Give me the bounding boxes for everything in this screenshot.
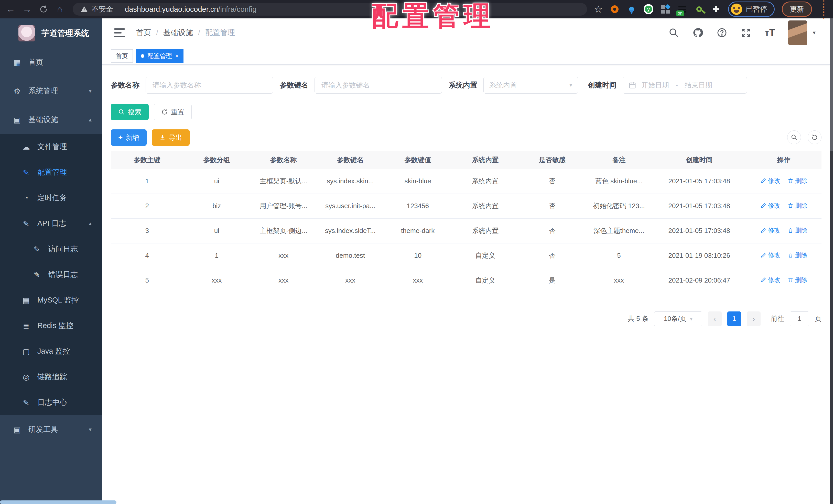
delete-link[interactable]: 删除 [787,251,807,259]
table-cell: 系统内置 [452,218,519,243]
add-button[interactable]: + 新增 [111,129,147,146]
modify-link[interactable]: 修改 [760,251,780,259]
tab-close-icon[interactable]: × [175,52,178,59]
sidebar-toggle-icon[interactable] [114,28,125,37]
prev-page-button[interactable]: ‹ [708,311,722,326]
delete-label: 删除 [795,276,807,284]
user-avatar[interactable] [788,21,807,45]
tab-配置管理[interactable]: 配置管理× [136,49,184,62]
sidebar-item-label: Java 监控 [38,346,70,356]
help-icon[interactable] [717,27,727,38]
table-cell: 是 [519,268,586,293]
sidebar-item-文件管理[interactable]: ☁文件管理 [0,134,102,159]
table-cell: 3 [111,218,183,243]
breadcrumb-item[interactable]: 基础设施 [163,28,193,38]
table-cell: 5 [111,268,183,293]
sidebar-item-访问日志[interactable]: ✎访问日志 [0,236,102,262]
sidebar-item-首页[interactable]: ▦首页 [0,48,102,77]
sidebar-item-MySQL 监控[interactable]: ▤MySQL 监控 [0,287,102,313]
page-url[interactable]: dashboard.yudao.iocoder.cn/infra/config [125,5,257,14]
table-cell: demo.test [317,243,384,268]
sidebar-item-错误日志[interactable]: ✎错误日志 [0,262,102,287]
sidebar-item-基础设施[interactable]: ▣基础设施▴ [0,105,102,134]
table-search-toggle-button[interactable] [787,130,801,144]
page-content: 参数名称 参数键名 系统内置 系统内置 ▾ 创建时间 开始日期 - 结束日期 [102,65,830,326]
sidebar-item-Redis 监控[interactable]: ≣Redis 监控 [0,313,102,338]
sidebar-item-Java 监控[interactable]: ▢Java 监控 [0,338,102,364]
extension-grid-icon[interactable] [661,4,670,14]
github-icon[interactable] [692,27,703,38]
extensions-puzzle-icon[interactable]: ✚ [711,4,721,14]
export-button[interactable]: 导出 [152,129,190,146]
refresh-icon [161,109,168,115]
pencil-icon [760,277,766,283]
forward-icon[interactable]: → [22,4,33,15]
modify-link[interactable]: 修改 [760,226,780,234]
goto-page-input[interactable] [790,311,809,326]
search-button[interactable]: 搜索 [111,104,149,120]
delete-link[interactable]: 删除 [787,201,807,210]
browser-update-button[interactable]: 更新 [782,2,812,17]
sidebar-item-label: 访问日志 [48,244,78,254]
horizontal-scrollbar-thumb[interactable] [0,500,116,504]
page-size-select[interactable]: 10条/页 ▾ [654,311,702,326]
delete-link[interactable]: 删除 [787,177,807,185]
main-area: 首页/基础设施/配置管理 ᴛT ▾ 首页配置管理× [102,19,830,504]
tab-首页[interactable]: 首页 [111,49,133,62]
table-cell: 1 [183,243,250,268]
modify-link[interactable]: 修改 [760,177,780,185]
vertical-scrollbar-thumb[interactable] [830,19,833,151]
table-cell: 5 [586,243,652,268]
security-label[interactable]: 不安全 [92,4,113,14]
delete-link[interactable]: 删除 [787,276,807,284]
table-cell: 否 [519,218,586,243]
fullscreen-icon[interactable] [741,27,752,38]
extension-orange-icon[interactable] [610,4,620,14]
browser-profile-button[interactable]: 已暂停 [728,2,775,17]
sidebar-item-链路追踪[interactable]: ◎链路追踪 [0,364,102,390]
modify-link[interactable]: 修改 [760,201,780,210]
delete-link[interactable]: 删除 [787,226,807,234]
filter-date-label: 创建时间 [588,80,617,90]
avatar-caret-icon[interactable]: ▾ [813,29,816,36]
current-page-button[interactable]: 1 [727,311,741,326]
search-icon [791,134,798,141]
extension-pin-icon[interactable] [627,4,637,14]
back-icon[interactable]: ← [5,4,16,15]
filter-type-select[interactable]: 系统内置 ▾ [483,77,578,94]
log-icon: ✎ [31,245,43,254]
extension-key-icon[interactable] [694,4,704,14]
header-search-icon[interactable] [668,27,679,38]
sidebar-item-定时任务[interactable]: ◔定时任务 [0,185,102,211]
sidebar-item-配置管理[interactable]: ✎配置管理 [0,159,102,185]
browser-menu-icon[interactable]: ⋮⋮⋮ [819,1,828,18]
address-bar[interactable]: 不安全 dashboard.yudao.iocoder.cn/infra/con… [73,3,587,16]
extension-green-circle-icon[interactable]: y [644,4,653,14]
breadcrumb-item[interactable]: 首页 [136,28,151,38]
vertical-scrollbar[interactable] [830,19,833,504]
filter-date-range[interactable]: 开始日期 - 结束日期 [623,77,747,94]
modify-link[interactable]: 修改 [760,276,780,284]
sidebar-item-日志中心[interactable]: ✎日志中心 [0,390,102,415]
sidebar-item-label: 基础设施 [28,115,58,125]
table-refresh-button[interactable] [808,130,822,144]
breadcrumb-item[interactable]: 配置管理 [205,28,235,38]
filter-key-label: 参数键名 [280,80,308,90]
filter-key-input[interactable] [314,77,442,94]
next-page-button[interactable]: › [747,311,761,326]
bookmark-star-icon[interactable]: ☆ [594,4,603,15]
reset-button[interactable]: 重置 [154,104,192,120]
sidebar-logo-row[interactable]: 芋道管理系统 [0,19,102,48]
table-cell: sys.index.skin... [317,169,384,194]
table-cell: sys.index.sideT... [317,218,384,243]
home-icon[interactable]: ⌂ [54,4,66,15]
sidebar-item-研发工具[interactable]: ▣研发工具▾ [0,415,102,444]
sidebar-item-系统管理[interactable]: ⚙系统管理▾ [0,77,102,105]
filter-name-input[interactable] [146,77,273,94]
font-size-icon[interactable]: ᴛT [765,27,775,38]
pencil-icon [760,178,766,184]
table-cell: 2 [111,194,183,218]
sidebar-item-API 日志[interactable]: ✎API 日志▴ [0,211,102,236]
reload-icon[interactable] [38,4,49,15]
extension-list-icon[interactable]: on [677,4,687,14]
